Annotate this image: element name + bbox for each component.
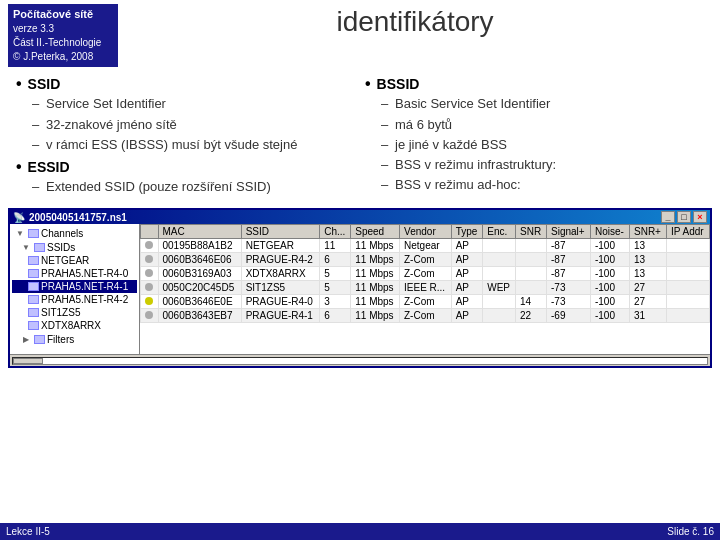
sidebar-item-xdtx[interactable]: XDTX8ARRX <box>12 319 137 332</box>
cell-signal: -87 <box>547 267 591 281</box>
cell-speed: 11 Mbps <box>351 253 400 267</box>
col-noise[interactable]: Noise- <box>590 225 629 239</box>
bssid-item-2: má 6 bytů <box>381 116 704 134</box>
sidebar-item-praha-r40[interactable]: PRAHA5.NET-R4-0 <box>12 267 137 280</box>
cell-type: AP <box>451 239 483 253</box>
cell-snr <box>516 267 547 281</box>
sidebar-item-filters[interactable]: ▶ Filters <box>12 332 137 346</box>
cell-type: AP <box>451 309 483 323</box>
cell-mac: 0050C20C45D5 <box>158 281 241 295</box>
cell-mac: 00195B88A1B2 <box>158 239 241 253</box>
col-signal[interactable]: Signal+ <box>547 225 591 239</box>
sidebar-item-sitzs5[interactable]: SIT1ZS5 <box>12 306 137 319</box>
logo-version: verze 3.3 <box>13 23 54 34</box>
cell-dot <box>141 309 159 323</box>
cell-signal: -73 <box>547 295 591 309</box>
col-speed[interactable]: Speed <box>351 225 400 239</box>
cell-ssid: PRAGUE-R4-1 <box>241 309 320 323</box>
col-ip[interactable]: IP Addr <box>667 225 710 239</box>
cell-vendor: Netgear <box>400 239 452 253</box>
sidebar-item-praha-r41[interactable]: PRAHA5.NET-R4-1 <box>12 280 137 293</box>
sidebar-item-praha-r42[interactable]: PRAHA5.NET-R4-2 <box>12 293 137 306</box>
cell-enc <box>483 267 516 281</box>
signal-dot <box>145 311 153 319</box>
cell-type: AP <box>451 253 483 267</box>
cell-ch: 11 <box>320 239 351 253</box>
bssid-item-1: Basic Service Set Identifier <box>381 95 704 113</box>
cell-snr <box>516 239 547 253</box>
titlebar-app-icon: 📡 <box>13 212 25 223</box>
cell-noise: -100 <box>590 253 629 267</box>
cell-ssid: SIT1ZS5 <box>241 281 320 295</box>
cell-ch: 6 <box>320 253 351 267</box>
cell-dot <box>141 239 159 253</box>
cell-dot <box>141 281 159 295</box>
col-vendor[interactable]: Vendor <box>400 225 452 239</box>
network-icon-filters <box>34 335 45 344</box>
footer-left: Lekce II-5 <box>6 526 50 537</box>
cell-ssid: PRAGUE-R4-2 <box>241 253 320 267</box>
network-icon-ssids <box>34 243 45 252</box>
col-ssid[interactable]: SSID <box>241 225 320 239</box>
capture-main[interactable]: MAC SSID Ch... Speed Vendor Type Enc. SN… <box>140 224 710 354</box>
cell-noise: -100 <box>590 309 629 323</box>
cell-enc <box>483 309 516 323</box>
sidebar-item-netgear[interactable]: NETGEAR <box>12 254 137 267</box>
titlebar-buttons: _ □ × <box>661 211 707 223</box>
cell-snrp: 27 <box>630 281 667 295</box>
footer-right: Slide č. 16 <box>667 526 714 537</box>
cell-vendor: Z-Com <box>400 309 452 323</box>
cell-ip <box>667 239 710 253</box>
bssid-item-3: je jiné v každé BSS <box>381 136 704 154</box>
cell-enc <box>483 239 516 253</box>
close-button[interactable]: × <box>693 211 707 223</box>
col-enc[interactable]: Enc. <box>483 225 516 239</box>
network-icon-channels <box>28 229 39 238</box>
cell-ip <box>667 253 710 267</box>
cell-speed: 11 Mbps <box>351 309 400 323</box>
logo-author: © J.Peterka, 2008 <box>13 51 93 62</box>
sidebar-item-ssids[interactable]: ▼ SSIDs <box>12 240 137 254</box>
col-ch[interactable]: Ch... <box>320 225 351 239</box>
ssid-section: SSID Service Set Identifier 32-znakové j… <box>16 75 355 154</box>
sidebar-label-netgear: NETGEAR <box>41 255 89 266</box>
signal-dot <box>145 297 153 305</box>
cell-ip <box>667 309 710 323</box>
cell-ssid: PRAGUE-R4-0 <box>241 295 320 309</box>
cell-snr: 14 <box>516 295 547 309</box>
network-icon-sitzs5 <box>28 308 39 317</box>
col-type[interactable]: Type <box>451 225 483 239</box>
sidebar-item-channels[interactable]: ▼ Channels <box>12 226 137 240</box>
network-icon-netgear <box>28 256 39 265</box>
cell-ch: 3 <box>320 295 351 309</box>
cell-ch: 5 <box>320 281 351 295</box>
col-mac[interactable]: MAC <box>158 225 241 239</box>
bssid-section: BSSID Basic Service Set Identifier má 6 … <box>365 75 704 194</box>
cell-type: AP <box>451 267 483 281</box>
col-snr[interactable]: SNR <box>516 225 547 239</box>
cell-mac: 0060B3646E0E <box>158 295 241 309</box>
cell-vendor: Z-Com <box>400 267 452 281</box>
cell-signal: -73 <box>547 281 591 295</box>
network-icon-r40 <box>28 269 39 278</box>
col-snrp[interactable]: SNR+ <box>630 225 667 239</box>
network-icon-xdtx <box>28 321 39 330</box>
cell-snr: 22 <box>516 309 547 323</box>
scrollbar-track[interactable] <box>12 357 708 365</box>
ssid-ess: v rámci ESS (IBSSS) musí být všude stejn… <box>32 136 355 154</box>
cell-snr <box>516 281 547 295</box>
maximize-button[interactable]: □ <box>677 211 691 223</box>
ssid-sub-list: Service Set Identifier 32-znakové jméno … <box>16 95 355 154</box>
cell-snrp: 13 <box>630 239 667 253</box>
cell-enc: WEP <box>483 281 516 295</box>
signal-dot <box>145 283 153 291</box>
bssid-label: BSSID <box>365 75 704 93</box>
table-row: 0060B3646E06 PRAGUE-R4-2 6 11 Mbps Z-Com… <box>141 253 710 267</box>
scrollbar-thumb[interactable] <box>13 358 43 364</box>
main-content: SSID Service Set Identifier 32-znakové j… <box>0 71 720 204</box>
capture-sidebar[interactable]: ▼ Channels ▼ SSIDs NETGEAR PRAHA5.NET-R4… <box>10 224 140 354</box>
capture-scrollbar[interactable] <box>10 354 710 366</box>
cell-enc <box>483 253 516 267</box>
minimize-button[interactable]: _ <box>661 211 675 223</box>
cell-dot <box>141 267 159 281</box>
